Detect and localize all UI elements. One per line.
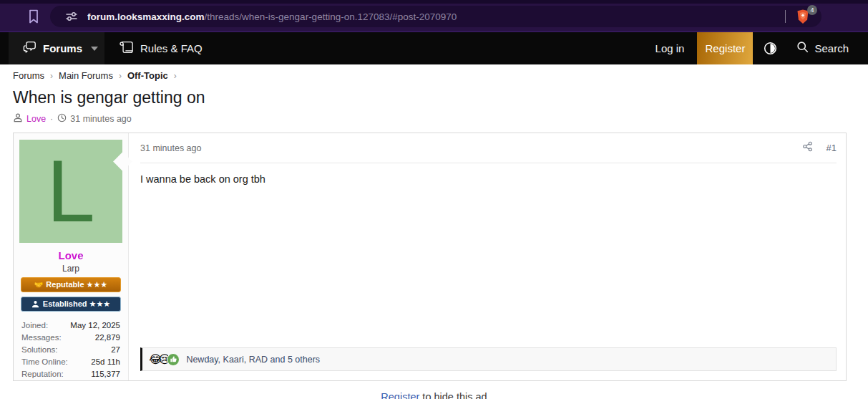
url-path: /threads/when-is-gengar-getting-on.12708… [205, 11, 457, 22]
stat-row-solutions: Solutions: 27 [21, 344, 120, 356]
breadcrumb-separator: › [174, 71, 177, 81]
handshake-icon: 🤝 [34, 281, 43, 289]
shield-badge: 4 [807, 5, 817, 15]
contrast-icon [764, 42, 777, 55]
share-icon[interactable] [802, 141, 813, 155]
nav-tab-forums[interactable]: Forums [9, 32, 104, 64]
register-ad-link[interactable]: Register [381, 391, 419, 399]
breadcrumb-main-forums[interactable]: Main Forums [59, 70, 113, 81]
post: L Love Larp 🤝 Reputable ★★★ Established … [13, 133, 847, 381]
site-nav: Forums Rules & FAQ Log in Register [0, 32, 868, 64]
chat-bubbles-icon [23, 41, 36, 56]
breadcrumb: Forums › Main Forums › Off-Topic › [13, 70, 868, 81]
nav-rules-label: Rules & FAQ [140, 42, 203, 54]
post-body: I wanna be back on org tbh [140, 163, 837, 185]
clock-icon [57, 113, 67, 125]
badge-reputable: 🤝 Reputable ★★★ [21, 277, 121, 292]
user-title: Larp [14, 264, 128, 274]
nav-search-label: Search [814, 42, 849, 54]
post-header-actions: #1 [802, 141, 837, 155]
stat-row-time-online: Time Online: 25d 11h [21, 356, 120, 368]
like-reaction-icon [167, 353, 180, 366]
nav-right-group: Log in Register Search [643, 32, 849, 64]
badge-established: Established ★★★ [21, 297, 121, 312]
thread-time: 31 minutes ago [70, 114, 131, 124]
page: forum.looksmaxxing.com/threads/when-is-g… [0, 0, 868, 399]
thread-author-link[interactable]: Love [26, 114, 46, 124]
stat-row-reputation: Reputation: 115,377 [21, 368, 120, 380]
register-button[interactable]: Register [697, 32, 753, 64]
badge-reputable-label: Reputable ★★★ [46, 280, 107, 289]
search-icon [796, 41, 809, 56]
thread-title: When is gengar getting on [13, 88, 868, 107]
avatar[interactable]: L [19, 140, 122, 243]
register-ad-text: Register to hide this ad [0, 391, 868, 399]
url-bar-divider [785, 10, 786, 23]
url-text: forum.looksmaxxing.com/threads/when-is-g… [87, 11, 785, 22]
person-icon [13, 112, 23, 125]
bookmark-icon[interactable] [26, 8, 42, 25]
theme-toggle[interactable] [753, 42, 788, 55]
browser-tab-strip [0, 0, 868, 4]
breadcrumb-separator: › [119, 71, 122, 81]
username-link[interactable]: Love [14, 249, 128, 261]
scroll-icon [120, 41, 134, 57]
person-icon [31, 300, 39, 308]
stat-row-joined: Joined: May 12, 2025 [21, 319, 120, 332]
post-timestamp-link[interactable]: 31 minutes ago [140, 143, 201, 153]
login-link[interactable]: Log in [643, 42, 698, 54]
url-bar[interactable]: forum.looksmaxxing.com/threads/when-is-g… [50, 6, 821, 27]
user-stats: Joined: May 12, 2025 Messages: 22,879 So… [14, 319, 128, 380]
meta-separator: · [50, 114, 53, 124]
brave-shield-icon[interactable]: 4 [794, 8, 811, 25]
nav-link-rules-faq[interactable]: Rules & FAQ [120, 32, 203, 64]
search-button[interactable]: Search [788, 41, 849, 56]
stat-row-messages: Messages: 22,879 [21, 332, 120, 344]
post-number-link[interactable]: #1 [826, 143, 837, 153]
url-domain: forum.looksmaxxing.com [87, 11, 205, 22]
tune-icon[interactable] [65, 10, 78, 23]
breadcrumb-separator: › [50, 71, 53, 81]
badge-established-label: Established ★★★ [43, 299, 110, 309]
post-user-panel: L Love Larp 🤝 Reputable ★★★ Established … [14, 133, 129, 380]
page-content: Forums › Main Forums › Off-Topic › When … [0, 64, 868, 399]
reaction-names[interactable]: Newday, Kaari, RAD and 5 others [186, 355, 320, 365]
browser-toolbar: forum.looksmaxxing.com/threads/when-is-g… [0, 0, 868, 32]
chevron-down-icon [91, 47, 98, 51]
post-header: 31 minutes ago #1 [140, 133, 837, 163]
thread-meta: Love · 31 minutes ago [13, 112, 868, 125]
reaction-bar[interactable]: 😂 😢 Newday, Kaari, RAD and 5 others [140, 347, 837, 371]
nav-forums-label: Forums [43, 42, 82, 54]
breadcrumb-off-topic[interactable]: Off-Topic [127, 70, 168, 81]
post-main: 31 minutes ago #1 I wanna be back on org… [129, 133, 846, 380]
avatar-letter: L [19, 140, 122, 243]
breadcrumb-forums[interactable]: Forums [13, 70, 44, 81]
